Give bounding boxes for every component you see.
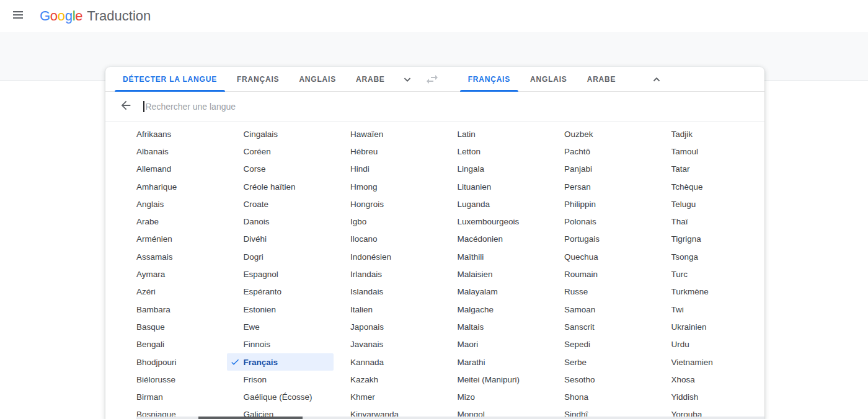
- source-more-languages-button[interactable]: [395, 67, 420, 91]
- language-option-malaisien[interactable]: Malaisien: [441, 265, 548, 283]
- language-option-malayalam[interactable]: Malayalam: [441, 283, 548, 301]
- language-option-luxembourgeois[interactable]: Luxembourgeois: [441, 213, 548, 230]
- language-option-sepedi[interactable]: Sepedi: [547, 336, 655, 353]
- language-option-hmong[interactable]: Hmong: [334, 178, 441, 195]
- language-option-turc[interactable]: Turc: [655, 265, 762, 283]
- language-option-maori[interactable]: Maori: [441, 336, 548, 353]
- language-option-anglais[interactable]: Anglais: [120, 195, 227, 213]
- language-option-coreen[interactable]: Coréen: [227, 143, 334, 160]
- language-option-tsonga[interactable]: Tsonga: [655, 248, 762, 265]
- language-option-quechua[interactable]: Quechua: [547, 248, 655, 265]
- language-option-philippin[interactable]: Philippin: [547, 195, 655, 213]
- language-option-japonais[interactable]: Japonais: [334, 318, 441, 335]
- language-option-russe[interactable]: Russe: [547, 283, 655, 301]
- back-button[interactable]: [118, 99, 134, 115]
- language-option-hawaien[interactable]: Hawaïen: [334, 125, 441, 143]
- language-option-divehi[interactable]: Divéhi: [227, 231, 334, 248]
- language-option-kazakh[interactable]: Kazakh: [334, 371, 441, 388]
- language-option-albanais[interactable]: Albanais: [120, 143, 227, 160]
- language-option-bhodjpouri[interactable]: Bhodjpouri: [120, 353, 227, 371]
- language-option-bielorusse[interactable]: Biélorusse: [120, 371, 227, 388]
- language-option-lingala[interactable]: Lingala: [441, 161, 548, 178]
- language-option-finnois[interactable]: Finnois: [227, 336, 334, 353]
- language-option-danois[interactable]: Danois: [227, 213, 334, 230]
- language-option-kannada[interactable]: Kannada: [334, 353, 441, 371]
- language-option-samoan[interactable]: Samoan: [547, 301, 655, 318]
- language-option-urdu[interactable]: Urdu: [655, 336, 762, 353]
- language-option-thai[interactable]: Thaï: [655, 213, 762, 230]
- language-option-amharique[interactable]: Amharique: [120, 178, 227, 195]
- language-option-bambara[interactable]: Bambara: [120, 301, 227, 318]
- target-tab-anglais[interactable]: ANGLAIS: [520, 67, 577, 91]
- language-option-tamoul[interactable]: Tamoul: [655, 143, 762, 160]
- source-tab-arabe[interactable]: ARABE: [346, 67, 395, 91]
- language-option-twi[interactable]: Twi: [655, 301, 762, 318]
- language-option-assamais[interactable]: Assamais: [120, 248, 227, 265]
- language-option-espagnol[interactable]: Espagnol: [227, 265, 334, 283]
- hamburger-menu-button[interactable]: [4, 2, 32, 30]
- language-option-arabe[interactable]: Arabe: [120, 213, 227, 230]
- language-option-roumain[interactable]: Roumain: [547, 265, 655, 283]
- language-option-cingalais[interactable]: Cingalais: [227, 125, 334, 143]
- source-tab-francais[interactable]: FRANÇAIS: [227, 67, 289, 91]
- language-option-lituanien[interactable]: Lituanien: [441, 178, 548, 195]
- language-option-maltais[interactable]: Maltais: [441, 318, 548, 335]
- language-option-creole-haitien[interactable]: Créole haïtien: [227, 178, 334, 195]
- language-option-corse[interactable]: Corse: [227, 161, 334, 178]
- language-option-igbo[interactable]: Igbo: [334, 213, 441, 230]
- language-option-serbe[interactable]: Serbe: [547, 353, 655, 371]
- language-option-portugais[interactable]: Portugais: [547, 231, 655, 248]
- language-option-ewe[interactable]: Ewe: [227, 318, 334, 335]
- language-option-francais[interactable]: Français: [227, 353, 334, 371]
- language-option-tcheque[interactable]: Tchèque: [655, 178, 762, 195]
- language-option-sesotho[interactable]: Sesotho: [547, 371, 655, 388]
- language-option-sanscrit[interactable]: Sanscrit: [547, 318, 655, 335]
- language-option-macedonien[interactable]: Macédonien: [441, 231, 548, 248]
- language-option-esperanto[interactable]: Espéranto: [227, 283, 334, 301]
- language-option-tatar[interactable]: Tatar: [655, 161, 762, 178]
- language-option-ouzbek[interactable]: Ouzbek: [547, 125, 655, 143]
- language-option-latin[interactable]: Latin: [441, 125, 548, 143]
- language-option-birman[interactable]: Birman: [120, 388, 227, 405]
- language-option-croate[interactable]: Croate: [227, 195, 334, 213]
- language-option-meitei-manipuri[interactable]: Meitei (Manipuri): [441, 371, 548, 388]
- language-option-basque[interactable]: Basque: [120, 318, 227, 335]
- language-option-dogri[interactable]: Dogri: [227, 248, 334, 265]
- collapse-language-list-button[interactable]: [644, 67, 669, 91]
- language-option-xhosa[interactable]: Xhosa: [655, 371, 762, 388]
- language-option-indonesien[interactable]: Indonésien: [334, 248, 441, 265]
- language-option-islandais[interactable]: Islandais: [334, 283, 441, 301]
- language-option-hebreu[interactable]: Hébreu: [334, 143, 441, 160]
- language-option-luganda[interactable]: Luganda: [441, 195, 548, 213]
- language-option-italien[interactable]: Italien: [334, 301, 441, 318]
- horizontal-scrollbar-thumb[interactable]: [198, 417, 303, 419]
- language-option-turkmene[interactable]: Turkmène: [655, 283, 762, 301]
- language-option-estonien[interactable]: Estonien: [227, 301, 334, 318]
- language-option-hindi[interactable]: Hindi: [334, 161, 441, 178]
- language-option-pachto[interactable]: Pachtô: [547, 143, 655, 160]
- source-tab-detecter-la-langue[interactable]: DÉTECTER LA LANGUE: [113, 67, 227, 91]
- language-option-malgache[interactable]: Malgache: [441, 301, 548, 318]
- language-option-hongrois[interactable]: Hongrois: [334, 195, 441, 213]
- language-option-afrikaans[interactable]: Afrikaans: [120, 125, 227, 143]
- language-option-gaelique-ecosse[interactable]: Gaélique (Écosse): [227, 388, 334, 405]
- language-option-allemand[interactable]: Allemand: [120, 161, 227, 178]
- language-option-polonais[interactable]: Polonais: [547, 213, 655, 230]
- target-tab-francais[interactable]: FRANÇAIS: [458, 67, 520, 91]
- language-option-mizo[interactable]: Mizo: [441, 388, 548, 405]
- source-tab-anglais[interactable]: ANGLAIS: [289, 67, 346, 91]
- language-option-javanais[interactable]: Javanais: [334, 336, 441, 353]
- language-option-armenien[interactable]: Arménien: [120, 231, 227, 248]
- language-option-tigrigna[interactable]: Tigrigna: [655, 231, 762, 248]
- language-option-azeri[interactable]: Azéri: [120, 283, 227, 301]
- language-option-aymara[interactable]: Aymara: [120, 265, 227, 283]
- language-option-telugu[interactable]: Telugu: [655, 195, 762, 213]
- target-tab-arabe[interactable]: ARABE: [577, 67, 626, 91]
- language-option-bengali[interactable]: Bengali: [120, 336, 227, 353]
- language-option-shona[interactable]: Shona: [547, 388, 655, 405]
- language-option-yiddish[interactable]: Yiddish: [655, 388, 762, 405]
- language-option-persan[interactable]: Persan: [547, 178, 655, 195]
- language-option-khmer[interactable]: Khmer: [334, 388, 441, 405]
- language-option-letton[interactable]: Letton: [441, 143, 548, 160]
- language-option-ukrainien[interactable]: Ukrainien: [655, 318, 762, 335]
